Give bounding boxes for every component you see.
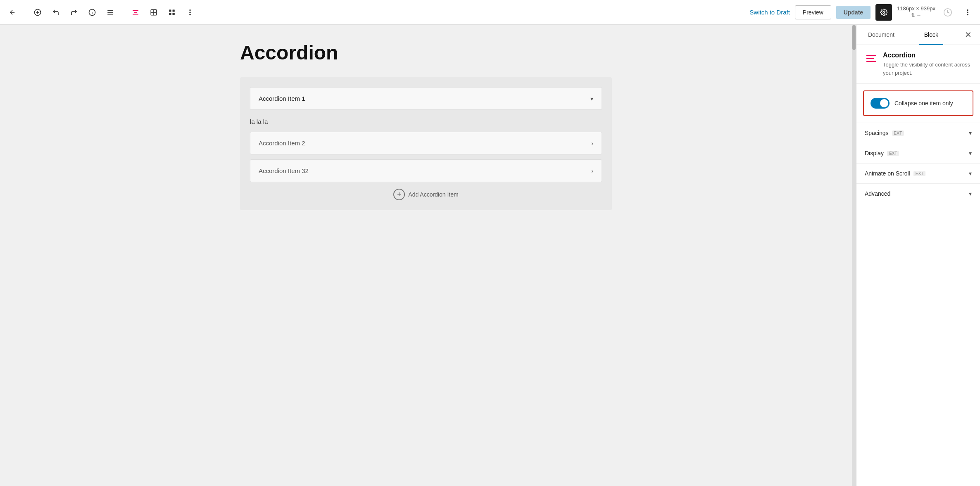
tab-document[interactable]: Document [863,25,899,45]
animate-ext-badge: EXT [913,171,925,176]
panel-tabs: Document Block ✕ [856,25,980,45]
advanced-section[interactable]: Advanced ▾ [856,183,980,204]
animate-on-scroll-label: Animate on Scroll EXT [865,170,925,177]
accordion-container: Accordion Item 1 ▾ la la la Accordion It… [240,77,612,210]
info-button[interactable] [85,5,100,20]
svg-point-26 [967,14,968,15]
display-section[interactable]: Display EXT ▾ [856,143,980,163]
svg-point-20 [189,12,191,13]
more-menu-button[interactable] [960,5,975,20]
collapse-label: Collapse one item only [894,100,953,107]
svg-point-25 [967,12,968,13]
collapse-toggle[interactable] [871,98,890,109]
icon-line-2 [866,58,874,59]
editor-scrollbar[interactable] [852,25,856,486]
accordion-icon-lines [866,55,876,62]
svg-point-19 [189,9,191,11]
advanced-chevron-icon: ▾ [969,190,972,197]
back-button[interactable] [5,5,20,20]
dimensions-info: 1186px × 939px ⇅ ↔ [897,5,935,19]
accordion-item-3-chevron: › [591,168,593,174]
svg-rect-16 [173,9,175,12]
block-info-section: Accordion Toggle the visibility of conte… [856,45,980,84]
right-panel: Document Block ✕ Accordion Toggle the vi… [856,25,980,486]
display-label: Display EXT [865,150,899,156]
add-accordion-plus-icon: + [393,189,405,200]
list-view-button[interactable] [103,5,118,20]
accordion-item-1-content: la la la [250,115,602,132]
accordion-item-3[interactable]: Accordion Item 32 › [250,159,602,182]
block-header: Accordion Toggle the visibility of conte… [865,52,972,77]
add-accordion-label: Add Accordion Item [408,191,458,198]
preview-button[interactable]: Preview [795,5,831,19]
display-ext-badge: EXT [887,151,899,156]
animate-on-scroll-section[interactable]: Animate on Scroll EXT ▾ [856,163,980,183]
scrollbar-thumb[interactable] [852,25,856,50]
spacings-chevron-icon: ▾ [969,130,972,136]
accordion-block-icon [865,52,878,65]
svg-point-24 [967,9,968,11]
redo-button[interactable] [67,5,81,20]
update-button[interactable]: Update [836,6,871,19]
add-accordion-button[interactable]: + Add Accordion Item [250,189,602,200]
accordion-item-1-label: Accordion Item 1 [259,95,305,102]
animate-chevron-icon: ▾ [969,170,972,177]
spacings-ext-badge: EXT [892,130,904,136]
undo-button[interactable] [48,5,63,20]
accordion-item-1-chevron: ▾ [590,95,593,102]
spacings-section[interactable]: Spacings EXT ▾ [856,123,980,143]
fullscreen-button[interactable] [164,5,179,20]
align-button[interactable] [128,5,143,20]
more-options-button[interactable] [183,5,197,20]
svg-rect-17 [173,13,175,15]
icon-line-1 [866,55,876,56]
block-title: Accordion [883,52,972,59]
accordion-item-2-label: Accordion Item 2 [259,140,305,147]
toggle-track [871,98,890,109]
svg-point-21 [189,14,191,15]
editor-area: Accordion Accordion Item 1 ▾ la la la Ac… [0,25,852,486]
accordion-item-2[interactable]: Accordion Item 2 › [250,132,602,154]
svg-point-22 [883,11,885,13]
panel-close-button[interactable]: ✕ [963,28,973,41]
loading-indicator [940,5,955,20]
page-title: Accordion [240,41,612,64]
switch-to-draft-link[interactable]: Switch to Draft [749,9,790,16]
spacings-label: Spacings EXT [865,130,904,136]
editor-content: Accordion Accordion Item 1 ▾ la la la Ac… [240,41,612,210]
advanced-label: Advanced [865,190,890,197]
collapse-one-item-section: Collapse one item only [863,90,973,116]
main-layout: Accordion Accordion Item 1 ▾ la la la Ac… [0,25,980,486]
toolbar-right: Switch to Draft Preview Update 1186px × … [749,4,975,21]
tab-block[interactable]: Block [919,25,943,45]
icon-line-3 [866,61,876,62]
settings-button[interactable] [875,4,892,21]
accordion-item-2-chevron: › [591,140,593,147]
toggle-thumb [880,99,888,107]
svg-rect-18 [169,13,171,15]
toolbar-divider-1 [25,6,25,19]
block-view-button[interactable] [146,5,161,20]
toolbar: Switch to Draft Preview Update 1186px × … [0,0,980,25]
accordion-item-1[interactable]: Accordion Item 1 ▾ [250,87,602,110]
block-description: Toggle the visibility of content across … [883,61,972,77]
accordion-item-3-label: Accordion Item 32 [259,167,309,174]
add-block-button[interactable] [30,5,45,20]
toolbar-divider-2 [123,6,123,19]
svg-rect-15 [169,9,171,12]
block-text: Accordion Toggle the visibility of conte… [883,52,972,77]
display-chevron-icon: ▾ [969,150,972,156]
